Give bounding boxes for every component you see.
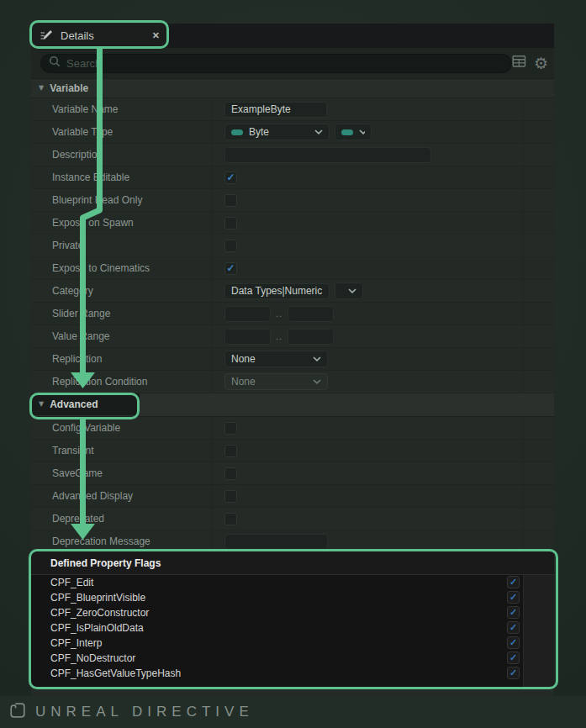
flag-name: CPF_HasGetValueTypeHash	[50, 667, 181, 679]
container-type-dropdown[interactable]	[335, 124, 372, 140]
flag-checkbox[interactable]	[507, 621, 520, 634]
private-checkbox[interactable]	[224, 240, 237, 252]
flag-checkbox[interactable]	[507, 667, 520, 679]
collapse-arrow-icon: ▼	[39, 85, 44, 92]
close-icon[interactable]: ✕	[152, 30, 160, 41]
search-input[interactable]	[66, 57, 504, 70]
row-instance-editable: Instance Editable	[31, 166, 554, 189]
row-expose-to-cinematics: Expose to Cinematics	[31, 257, 554, 280]
slider-range-min-input[interactable]	[224, 306, 271, 322]
chevron-down-icon	[313, 356, 321, 361]
value-range-min-input[interactable]	[224, 329, 271, 345]
search-box[interactable]	[40, 54, 512, 73]
row-label: Description	[31, 144, 213, 166]
replication-dropdown[interactable]: None	[224, 351, 328, 367]
variable-rows: Variable Name Variable Type Byte Descrip…	[31, 98, 554, 393]
flag-checkbox[interactable]	[507, 591, 520, 604]
row-replication: Replication None	[31, 348, 554, 371]
value-range-max-input[interactable]	[288, 329, 334, 345]
variable-name-input[interactable]	[224, 102, 327, 118]
section-header-advanced[interactable]: ▼ Advanced	[31, 393, 554, 417]
collapse-arrow-icon: ▼	[39, 401, 44, 408]
flag-checkbox[interactable]	[507, 652, 520, 664]
row-label: Variable Type	[31, 121, 213, 143]
transient-checkbox[interactable]	[224, 445, 237, 457]
flag-name: CPF_Interp	[50, 637, 102, 649]
row-category: Category	[31, 280, 554, 303]
row-label: Category	[31, 280, 213, 302]
details-pencil-icon	[40, 28, 54, 45]
row-deprecation-message: Deprecation Message	[31, 530, 554, 553]
expose-on-spawn-checkbox[interactable]	[224, 217, 237, 229]
variable-type-value: Byte	[249, 126, 269, 138]
blueprint-read-only-checkbox[interactable]	[224, 194, 237, 207]
deprecation-message-input[interactable]	[224, 534, 328, 550]
range-separator: ..	[276, 331, 282, 341]
flag-name: CPF_BlueprintVisible	[50, 592, 145, 604]
chevron-down-icon	[359, 129, 365, 135]
row-value-range: Value Range ..	[31, 325, 554, 348]
row-savegame: SaveGame	[31, 462, 554, 485]
flag-checkbox[interactable]	[507, 606, 520, 619]
row-label: Expose to Cinematics	[31, 257, 213, 279]
tab-title: Details	[61, 29, 94, 42]
row-label: Replication Condition	[31, 371, 213, 393]
flag-row: CPF_NoDestructor	[31, 651, 554, 666]
description-input[interactable]	[224, 147, 431, 163]
row-expose-on-spawn: Expose on Spawn	[31, 212, 554, 235]
row-variable-type: Variable Type Byte	[31, 121, 554, 144]
flag-name: CPF_ZeroConstructor	[50, 607, 149, 619]
flag-row: CPF_IsPlainOldData	[31, 620, 554, 636]
row-label: Config Variable	[31, 417, 213, 439]
category-dropdown-button[interactable]	[335, 282, 363, 299]
row-label: Deprecated	[31, 508, 213, 530]
row-label: Value Range	[31, 325, 213, 347]
flags-header: Defined Property Flags	[31, 551, 554, 575]
flag-checkbox[interactable]	[507, 636, 520, 649]
row-variable-name: Variable Name	[31, 98, 554, 121]
flag-checkbox[interactable]	[507, 576, 520, 588]
section-title: Variable	[50, 82, 88, 94]
row-label: Expose on Spawn	[31, 212, 213, 234]
expose-to-cinematics-checkbox[interactable]	[224, 262, 237, 275]
row-slider-range: Slider Range ..	[31, 303, 554, 325]
instance-editable-checkbox[interactable]	[224, 171, 237, 184]
row-label: Variable Name	[31, 98, 213, 120]
display-options-icon[interactable]	[512, 55, 526, 71]
row-private: Private	[31, 235, 554, 257]
row-label: Blueprint Read Only	[31, 189, 213, 211]
deprecated-checkbox[interactable]	[224, 513, 237, 525]
row-advanced-display: Advanced Display	[31, 485, 554, 508]
panel-toolbar: ⚙	[512, 55, 551, 71]
variable-type-dropdown[interactable]: Byte	[224, 124, 330, 140]
flag-name: CPF_NoDestructor	[50, 652, 135, 664]
byte-type-pill-icon	[231, 129, 243, 135]
section-title: Advanced	[50, 398, 98, 410]
category-input[interactable]	[224, 283, 330, 299]
flag-row: CPF_Edit	[31, 575, 554, 590]
section-header-variable[interactable]: ▼ Variable	[31, 79, 554, 98]
settings-gear-icon[interactable]: ⚙	[534, 55, 548, 71]
replication-value: None	[231, 353, 256, 365]
flag-row: CPF_HasGetValueTypeHash	[31, 666, 554, 681]
advanced-display-checkbox[interactable]	[224, 490, 237, 503]
range-separator: ..	[276, 309, 282, 319]
replication-condition-dropdown: None	[224, 373, 328, 390]
row-replication-condition: Replication Condition None	[31, 371, 554, 393]
flag-row: CPF_ZeroConstructor	[31, 605, 554, 620]
row-label: Instance Editable	[31, 166, 213, 188]
tab-details[interactable]: Details ✕	[31, 24, 168, 48]
byte-type-pill-icon	[341, 129, 353, 135]
row-label: Deprecation Message	[31, 530, 213, 552]
flag-row: CPF_Interp	[31, 636, 554, 651]
row-label: Replication	[31, 348, 213, 370]
flag-row: CPF_BlueprintVisible	[31, 590, 554, 605]
chevron-down-icon	[314, 129, 323, 135]
row-deprecated: Deprecated	[31, 508, 554, 530]
slider-range-max-input[interactable]	[288, 306, 334, 322]
chevron-down-icon	[348, 288, 356, 293]
config-variable-checkbox[interactable]	[224, 422, 237, 435]
chevron-down-icon	[313, 379, 321, 384]
tab-bar: Details ✕	[31, 24, 554, 48]
savegame-checkbox[interactable]	[224, 467, 237, 480]
